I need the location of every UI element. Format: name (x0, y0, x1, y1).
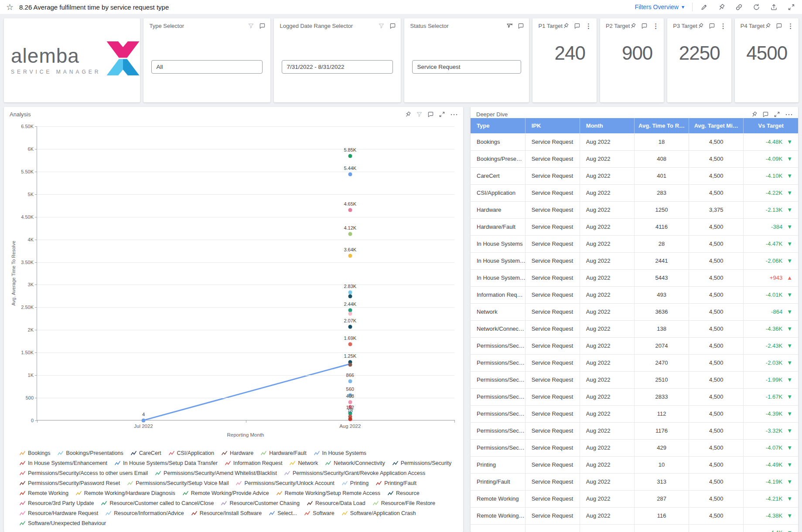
table-row[interactable]: Network/Connec…Service RequestAug 202213… (471, 320, 798, 337)
comment-icon[interactable] (641, 23, 648, 29)
table-row[interactable]: In House System…Service RequestAug 20225… (471, 269, 798, 286)
legend-item[interactable]: CSI/Application (169, 450, 214, 456)
comment-icon[interactable] (709, 23, 715, 29)
table-row[interactable]: Printing/FaultService RequestAug 2022313… (471, 473, 798, 490)
data-point[interactable] (348, 380, 352, 383)
table-row[interactable]: Permissions/Sec…Service RequestAug 20222… (471, 371, 798, 388)
table-row[interactable]: BookingsService RequestAug 2022184,500-4… (471, 133, 798, 150)
ellipsis-icon[interactable]: ⋯ (450, 111, 458, 119)
data-point[interactable] (348, 417, 352, 421)
pin-icon[interactable] (697, 23, 704, 29)
table-row[interactable]: Remote WorkingService RequestAug 2022287… (471, 490, 798, 507)
data-point[interactable] (348, 254, 352, 258)
column-header[interactable]: Avg. Target Mi… (689, 118, 744, 133)
filters-overview-button[interactable]: Filters Overview ▾ (635, 3, 684, 10)
status-selector-dropdown[interactable]: Service Request (412, 60, 521, 74)
table-row[interactable]: Permissions/Sec…Service RequestAug 20224… (471, 439, 798, 456)
legend-item[interactable]: Software/Unexpected Behaviour (20, 520, 106, 526)
data-point[interactable] (348, 232, 352, 236)
data-point[interactable] (348, 173, 352, 176)
comment-icon[interactable] (762, 111, 769, 118)
legend-item[interactable]: Select... (269, 510, 297, 516)
table-row[interactable]: Permissions/Sec…Service RequestAug 20222… (471, 337, 798, 354)
column-header[interactable]: Vs Target (744, 118, 798, 133)
table-row[interactable]: In House SystemsService RequestAug 20222… (471, 235, 798, 252)
link-icon[interactable] (735, 3, 743, 11)
column-header[interactable]: Avg. Time To R… (634, 118, 689, 133)
pen-icon[interactable] (700, 3, 708, 11)
legend-item[interactable]: Software (304, 510, 334, 516)
data-point[interactable] (348, 154, 352, 158)
table-row[interactable]: Remote Working…Service RequestAug 202211… (471, 507, 798, 524)
legend-item[interactable]: Resource/Install Software (191, 510, 262, 516)
expand-icon[interactable] (439, 111, 445, 118)
legend-item[interactable]: In House Systems/Setup Data Transfer (115, 460, 218, 466)
table-row[interactable]: -4.4K▼ (471, 524, 798, 532)
data-point[interactable] (348, 291, 352, 295)
legend-item[interactable]: Remote Working (20, 490, 68, 496)
expand-icon[interactable] (774, 111, 780, 118)
legend-item[interactable]: Bookings (20, 450, 50, 456)
legend-item[interactable]: Remote Working/Hardware Diagnosis (76, 490, 175, 496)
kebab-icon[interactable]: ⋮ (787, 23, 794, 29)
filter-icon[interactable] (416, 111, 423, 118)
legend-item[interactable]: Software/Application Crash (342, 510, 416, 516)
legend-item[interactable]: Hardware (222, 450, 253, 456)
legend-item[interactable]: Permissions/Security/Grant/Revoke Applic… (284, 470, 425, 476)
comment-icon[interactable] (259, 23, 266, 29)
legend-item[interactable]: Network/Connectivity (325, 460, 385, 466)
legend-item[interactable]: Resource/Customer called to Cancel/Close (101, 500, 214, 506)
comment-icon[interactable] (427, 111, 434, 118)
column-header[interactable]: IPK (525, 118, 580, 133)
table-row[interactable]: Permissions/Sec…Service RequestAug 20222… (471, 388, 798, 405)
legend-item[interactable]: Hardware/Fault (261, 450, 306, 456)
table-row[interactable]: HardwareService RequestAug 202212503,375… (471, 201, 798, 218)
filter-icon[interactable] (248, 23, 254, 29)
comment-icon[interactable] (776, 23, 782, 29)
legend-item[interactable]: Resource/File Restore (373, 500, 435, 506)
legend-item[interactable]: Bookings/Presentations (58, 450, 123, 456)
table-row[interactable]: NetworkService RequestAug 202236364,500-… (471, 303, 798, 320)
table-row[interactable]: Permissions/Sec…Service RequestAug 20221… (471, 405, 798, 422)
table-row[interactable]: CareCertService RequestAug 20224014,500-… (471, 167, 798, 184)
table-row[interactable]: Permissions/Sec…Service RequestAug 20221… (471, 422, 798, 439)
data-point[interactable] (348, 363, 352, 367)
ellipsis-icon[interactable]: ⋯ (785, 111, 793, 119)
legend-item[interactable]: Resource/Data Load (307, 500, 365, 506)
legend-item[interactable]: CareCert (131, 450, 161, 456)
legend-item[interactable]: Remote Working/Setup Remote Access (276, 490, 380, 496)
pin-icon[interactable] (718, 3, 725, 11)
data-point[interactable] (348, 342, 352, 346)
kebab-icon[interactable]: ⋮ (652, 23, 659, 29)
kebab-icon[interactable]: ⋮ (585, 23, 592, 29)
legend-item[interactable]: Remote Working/Provide Advice (183, 490, 269, 496)
legend-item[interactable]: Network (290, 460, 318, 466)
data-point[interactable] (142, 418, 146, 422)
legend-item[interactable]: Resource/3rd Party Update (20, 500, 94, 506)
legend-item[interactable]: Permissions/Security/Unlock Account (236, 480, 334, 486)
legend-item[interactable]: Resource/Customer Chasing (221, 500, 300, 506)
legend-item[interactable]: Permissions/Security/Amend Whitelist/Bla… (155, 470, 277, 476)
legend-item[interactable]: Resource/Hardware Request (20, 510, 98, 516)
data-point[interactable] (348, 208, 352, 212)
pin-icon[interactable] (405, 111, 411, 118)
refresh-icon[interactable] (753, 3, 760, 11)
table-row[interactable]: Information Req…Service RequestAug 20224… (471, 286, 798, 303)
favorite-star-icon[interactable]: ☆ (6, 3, 14, 11)
table-row[interactable]: In House System…Service RequestAug 20222… (471, 252, 798, 269)
export-icon[interactable] (770, 3, 778, 11)
pin-icon[interactable] (563, 23, 569, 29)
comment-icon[interactable] (518, 23, 524, 29)
column-header[interactable]: Month (580, 118, 634, 133)
expand-icon[interactable] (788, 3, 795, 11)
legend-item[interactable]: Permissions/Security/Password Reset (20, 480, 120, 486)
legend-item[interactable]: In House Systems (314, 450, 366, 456)
kebab-icon[interactable]: ⋮ (720, 23, 727, 29)
table-row[interactable]: PrintingService RequestAug 2022104,500-4… (471, 456, 798, 473)
legend-item[interactable]: Information Request (225, 460, 283, 466)
table-row[interactable]: CSI/ApplicationService RequestAug 202228… (471, 184, 798, 201)
table-row[interactable]: Hardware/FaultService RequestAug 2022411… (471, 218, 798, 235)
table-row[interactable]: Bookings/Prese…Service RequestAug 202240… (471, 150, 798, 167)
pin-icon[interactable] (630, 23, 636, 29)
filter-icon[interactable] (378, 23, 385, 29)
